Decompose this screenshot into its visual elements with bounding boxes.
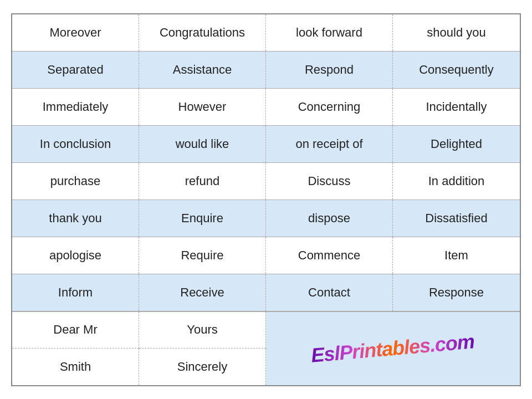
- cell-4-2: Discuss: [266, 163, 393, 200]
- watermark-cell: EslPrintables.com: [266, 312, 520, 385]
- table-row: purchase refund Discuss In addition: [12, 163, 520, 200]
- cell-2-1: However: [139, 89, 266, 125]
- cell-5-0: thank you: [12, 200, 139, 237]
- cell-5-1: Enquire: [139, 200, 266, 237]
- cell-dear-mr: Dear Mr: [12, 312, 139, 349]
- cell-2-3: Incidentally: [393, 89, 520, 125]
- cell-7-0: Inform: [12, 274, 139, 311]
- cell-7-2: Contact: [266, 274, 393, 311]
- cell-sincerely: Sincerely: [139, 349, 266, 385]
- table-row: apologise Require Commence Item: [12, 237, 520, 274]
- watermark-text: EslPrintables.com: [310, 330, 475, 367]
- bottom-section: Dear Mr Yours EslPrintables.com Smith Si…: [12, 311, 520, 385]
- cell-3-0: In conclusion: [12, 126, 139, 162]
- cell-7-3: Response: [393, 274, 520, 311]
- cell-6-0: apologise: [12, 237, 139, 274]
- vocabulary-table: Moreover Congratulations look forward sh…: [11, 13, 521, 386]
- cell-0-1: Congratulations: [139, 14, 266, 51]
- table-row: thank you Enquire dispose Dissatisfied: [12, 200, 520, 237]
- cell-4-0: purchase: [12, 163, 139, 200]
- cell-7-1: Receive: [139, 274, 266, 311]
- table-row: Immediately However Concerning Incidenta…: [12, 89, 520, 126]
- cell-2-2: Concerning: [266, 89, 393, 125]
- table-row: Inform Receive Contact Response: [12, 274, 520, 311]
- cell-1-2: Respond: [266, 52, 393, 88]
- cell-6-3: Item: [393, 237, 520, 274]
- cell-5-2: dispose: [266, 200, 393, 237]
- cell-3-1: would like: [139, 126, 266, 162]
- cell-0-2: look forward: [266, 14, 393, 51]
- table-row: Moreover Congratulations look forward sh…: [12, 14, 520, 52]
- cell-5-3: Dissatisfied: [393, 200, 520, 237]
- cell-3-2: on receipt of: [266, 126, 393, 162]
- cell-4-1: refund: [139, 163, 266, 200]
- cell-0-0: Moreover: [12, 14, 139, 51]
- cell-smith: Smith: [12, 349, 139, 385]
- table-row: In conclusion would like on receipt of D…: [12, 126, 520, 163]
- cell-2-0: Immediately: [12, 89, 139, 125]
- cell-1-1: Assistance: [139, 52, 266, 88]
- cell-1-3: Consequently: [393, 52, 520, 88]
- cell-0-3: should you: [393, 14, 520, 51]
- cell-4-3: In addition: [393, 163, 520, 200]
- cell-6-2: Commence: [266, 237, 393, 274]
- cell-yours: Yours: [139, 312, 266, 349]
- cell-6-1: Require: [139, 237, 266, 274]
- table-row: Separated Assistance Respond Consequentl…: [12, 52, 520, 89]
- cell-1-0: Separated: [12, 52, 139, 88]
- cell-3-3: Delighted: [393, 126, 520, 162]
